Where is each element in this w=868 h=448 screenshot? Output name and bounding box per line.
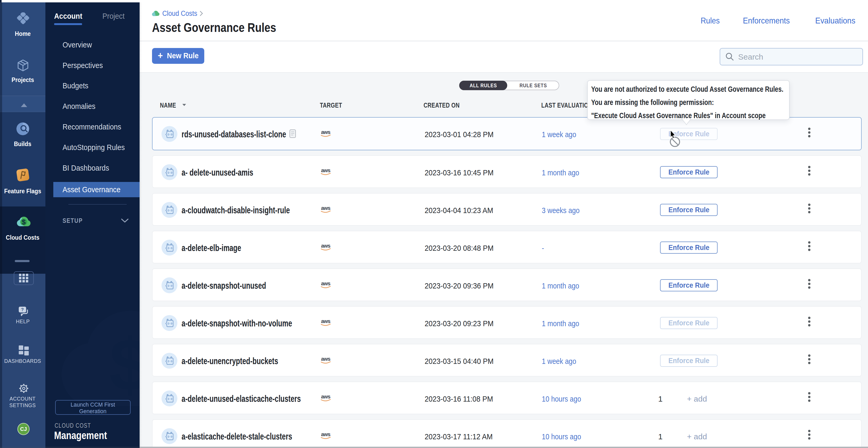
svg-text:$: $: [22, 218, 26, 226]
svg-text:$: $: [109, 323, 140, 406]
svg-text:aws: aws: [321, 130, 331, 135]
svg-text:aws: aws: [321, 168, 331, 173]
svg-text:?: ?: [21, 307, 24, 312]
svg-text:aws: aws: [321, 356, 331, 362]
svg-text:aws: aws: [321, 432, 331, 437]
svg-text:aws: aws: [321, 206, 331, 211]
svg-text:aws: aws: [321, 319, 331, 324]
svg-text:aws: aws: [321, 394, 331, 400]
svg-text:aws: aws: [321, 281, 331, 286]
svg-text:aws: aws: [321, 243, 331, 249]
